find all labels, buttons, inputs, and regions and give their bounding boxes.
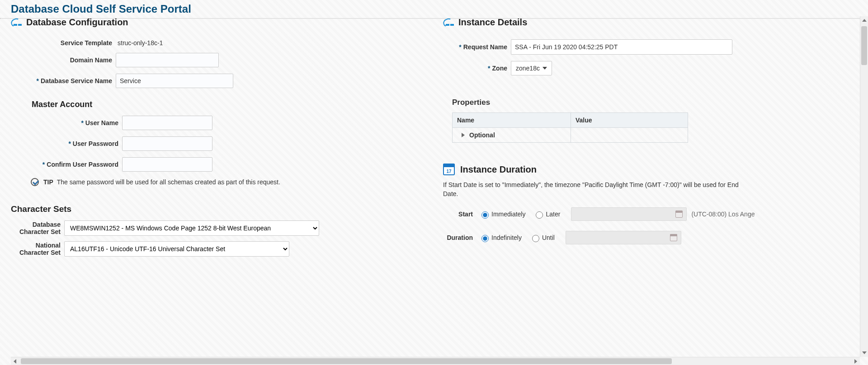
triangle-left-icon [14, 359, 16, 364]
row-service-template: Service Template struc-only-18c-1 [11, 39, 416, 47]
duration-note: If Start Date is set to "Immediately", t… [443, 181, 750, 198]
tip-row: TIP The same password will be used for a… [31, 178, 416, 186]
required-asterisk-icon: * [68, 140, 71, 147]
request-name-input[interactable] [511, 39, 732, 55]
row-user-password: * User Password [11, 136, 416, 151]
left-column: Database Configuration Service Template … [11, 19, 429, 352]
properties-col-value: Value [571, 113, 688, 128]
duration-until-date-field [566, 231, 681, 244]
horizontal-scrollbar[interactable] [11, 357, 860, 365]
calendar-icon [443, 164, 455, 175]
section-database-configuration-title: Database Configuration [26, 17, 128, 28]
zone-label: * Zone [443, 65, 511, 72]
section-instance-details: Instance Details [443, 17, 848, 28]
expand-triangle-icon[interactable] [462, 133, 465, 137]
start-later-date-field [571, 207, 687, 221]
properties-col-name: Name [453, 113, 571, 128]
properties-optional-row[interactable]: Optional [453, 128, 688, 143]
domain-name-label: Domain Name [11, 56, 116, 64]
domain-name-input[interactable] [116, 53, 219, 67]
start-later-radio[interactable]: Later [533, 210, 560, 219]
calendar-mini-icon [675, 211, 683, 218]
triangle-down-icon [862, 351, 867, 354]
request-name-label: * Request Name [443, 43, 511, 51]
tip-check-icon [31, 178, 39, 186]
scroll-up-button[interactable] [860, 16, 868, 24]
properties-header-row: Name Value [453, 113, 688, 128]
db-config-form: Service Template struc-only-18c-1 Domain… [11, 39, 416, 88]
properties-table: Name Value Optional [452, 112, 688, 143]
section-instance-duration: Instance Duration [443, 164, 848, 175]
duration-until-radio-input[interactable] [532, 235, 539, 242]
row-confirm-password: * Confirm User Password [11, 157, 416, 172]
content-area: Database Configuration Service Template … [0, 19, 868, 352]
start-timezone-text: (UTC-08:00) Los Ange [691, 211, 755, 218]
zone-value: zone18c [516, 65, 540, 72]
start-immediately-radio[interactable]: Immediately [479, 210, 525, 219]
duration-until-radio[interactable]: Until [530, 234, 555, 242]
confirm-password-label: * Confirm User Password [11, 161, 122, 168]
portal-title: Database Cloud Self Service Portal [0, 0, 868, 18]
tip-label: TIP [43, 178, 53, 186]
user-password-input[interactable] [122, 136, 212, 151]
section-instance-duration-title: Instance Duration [460, 164, 537, 175]
vertical-scrollbar[interactable] [860, 16, 868, 357]
start-immediately-radio-input[interactable] [481, 211, 489, 219]
required-asterisk-icon: * [459, 43, 461, 51]
required-asterisk-icon: * [81, 119, 83, 126]
vertical-scroll-thumb[interactable] [861, 26, 867, 65]
service-template-label: Service Template [11, 39, 116, 47]
triangle-right-icon [854, 359, 857, 364]
character-sets-section: Character Sets Database Character Set WE… [11, 204, 416, 257]
character-sets-heading: Character Sets [11, 204, 416, 214]
db-service-name-label: * Database Service Name [11, 77, 116, 84]
database-config-icon [11, 18, 22, 28]
nat-charset-select[interactable]: AL16UTF16 - Unicode UTF-16 Universal Cha… [64, 241, 289, 257]
section-database-configuration: Database Configuration [11, 17, 416, 28]
duration-indef-radio-input[interactable] [481, 235, 489, 242]
properties-section: Properties Name Value Optional [452, 98, 848, 143]
zone-select[interactable]: zone18c [511, 61, 552, 75]
confirm-password-input[interactable] [122, 157, 212, 172]
required-asterisk-icon: * [42, 161, 45, 168]
master-account-form: * User Name * User Password * Confirm Us… [11, 116, 416, 186]
db-charset-label: Database Character Set [11, 221, 64, 235]
scroll-right-button[interactable] [852, 357, 860, 365]
start-later-label: Later [546, 211, 560, 218]
start-label: Start [443, 211, 479, 218]
scroll-left-button[interactable] [11, 357, 19, 365]
instance-duration-section: Instance Duration If Start Date is set t… [443, 164, 848, 244]
properties-optional-label: Optional [469, 131, 495, 139]
scroll-down-button[interactable] [860, 349, 868, 357]
properties-heading: Properties [452, 98, 848, 107]
row-request-name: * Request Name [443, 39, 848, 55]
duration-indef-radio[interactable]: Indefinitely [479, 234, 522, 242]
duration-indef-label: Indefinitely [491, 234, 522, 241]
service-template-value: struc-only-18c-1 [116, 39, 416, 47]
row-user-name: * User Name [11, 116, 416, 130]
chevron-down-icon [542, 67, 547, 70]
row-duration: Duration Indefinitely Until [443, 231, 848, 244]
row-db-charset: Database Character Set WE8MSWIN1252 - MS… [11, 220, 416, 236]
db-service-name-input[interactable] [116, 74, 233, 88]
row-zone: * Zone zone18c [443, 61, 848, 75]
properties-optional-value-cell [571, 128, 688, 143]
user-name-input[interactable] [122, 116, 212, 130]
row-domain-name: Domain Name [11, 53, 416, 67]
row-nat-charset: National Character Set AL16UTF16 - Unico… [11, 241, 416, 257]
row-db-service-name: * Database Service Name [11, 74, 416, 88]
required-asterisk-icon: * [488, 65, 490, 72]
instance-details-form: * Request Name * Zone zone18c [443, 39, 848, 75]
nat-charset-label: National Character Set [11, 242, 64, 256]
tip-text: The same password will be used for all s… [57, 178, 280, 186]
db-charset-select[interactable]: WE8MSWIN1252 - MS Windows Code Page 1252… [64, 220, 319, 236]
required-asterisk-icon: * [37, 77, 39, 84]
row-start: Start Immediately Later (UTC-08:00) Los … [443, 207, 848, 221]
start-later-radio-input[interactable] [536, 211, 543, 219]
duration-until-label: Until [542, 234, 555, 241]
instance-details-icon [443, 18, 454, 28]
master-account-heading: Master Account [32, 100, 416, 109]
triangle-up-icon [862, 19, 867, 22]
horizontal-scroll-thumb[interactable] [21, 358, 672, 364]
section-instance-details-title: Instance Details [458, 17, 527, 28]
